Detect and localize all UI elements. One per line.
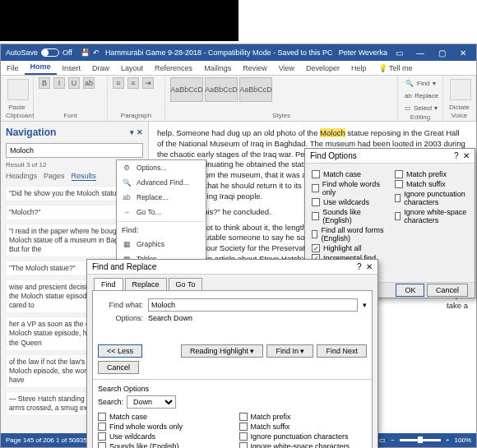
checkbox-ignore-white-space-characters[interactable]: Ignore white-space characters <box>395 208 468 224</box>
find-in-button[interactable]: Find In ▾ <box>266 344 313 358</box>
minimize-button[interactable]: — <box>410 44 430 61</box>
tab-layout[interactable]: Layout <box>115 62 149 75</box>
checkbox-label: Sounds like (English) <box>322 208 385 224</box>
tab-review[interactable]: Review <box>237 62 273 75</box>
paragraph-label: Paragraph <box>113 112 160 119</box>
checkbox-match-case[interactable]: Match case <box>98 413 226 421</box>
undo-icon[interactable]: ↶ <box>93 48 100 57</box>
paste-icon[interactable] <box>7 79 29 100</box>
dialog-title-bar: Find Options ? ✕ <box>305 149 475 164</box>
close-button[interactable]: ✕ <box>453 44 473 61</box>
checkbox-ignore-punctuation-characters[interactable]: Ignore punctuation characters <box>239 432 368 441</box>
user-name[interactable]: Peter Weverka <box>339 48 387 57</box>
menu-replace[interactable]: abReplace... <box>117 190 206 205</box>
style-preview[interactable]: AaBbCcD <box>239 77 272 102</box>
style-preview[interactable]: AaBbCcD <box>170 77 203 102</box>
align-icon[interactable]: ≡ <box>127 77 139 89</box>
cancel-button[interactable]: Cancel <box>98 361 139 374</box>
fr-tab-find[interactable]: Find <box>94 278 123 290</box>
zoom-value[interactable]: 100% <box>455 436 471 444</box>
find-what-input[interactable] <box>148 298 358 312</box>
tell-me[interactable]: 💡 Tell me <box>373 62 419 75</box>
view-icon[interactable]: ▭ <box>379 436 386 444</box>
tab-view[interactable]: View <box>273 62 300 75</box>
font-icon[interactable]: I <box>53 77 65 89</box>
checkbox-icon <box>98 423 106 431</box>
fr-tab-replace[interactable]: Replace <box>125 278 167 290</box>
replace-button[interactable]: abReplace <box>403 90 438 101</box>
checkbox-match-prefix[interactable]: Match prefix <box>395 170 468 178</box>
nav-search-input[interactable] <box>6 143 143 158</box>
nav-tab-headings[interactable]: Headings <box>6 172 37 181</box>
checkbox-match-case[interactable]: Match case <box>312 170 385 178</box>
checkbox-find-all-word-forms-english-[interactable]: Find all word forms (English) <box>312 226 385 242</box>
help-icon[interactable]: ? <box>357 262 362 271</box>
reading-highlight-button[interactable]: Reading Highlight ▾ <box>181 344 264 358</box>
tab-references[interactable]: References <box>149 62 198 75</box>
autosave-toggle[interactable]: AutoSave Off <box>1 48 77 57</box>
chevron-down-icon[interactable]: ▾ <box>363 301 367 309</box>
ok-button[interactable]: OK <box>396 284 424 297</box>
checkbox-match-prefix[interactable]: Match prefix <box>239 413 368 421</box>
search-direction-select[interactable]: Down <box>127 395 176 409</box>
tab-insert[interactable]: Insert <box>57 62 87 75</box>
tab-mailings[interactable]: Mailings <box>198 62 237 75</box>
autosave-label: AutoSave <box>6 48 38 57</box>
nav-tab-pages[interactable]: Pages <box>44 172 65 181</box>
indent-icon[interactable]: ⇥ <box>142 77 154 89</box>
nav-tab-results[interactable]: Results <box>72 172 96 181</box>
checkbox-ignore-white-space-characters[interactable]: Ignore white-space characters <box>239 442 368 448</box>
search-options-title: Search Options <box>98 385 367 393</box>
replace-icon: ab <box>122 192 132 202</box>
checkbox-icon <box>395 170 403 178</box>
close-icon[interactable]: ✕ <box>463 151 470 160</box>
checkbox-icon <box>395 194 401 202</box>
image-icon: ▦ <box>122 239 132 249</box>
help-icon[interactable]: ? <box>454 151 459 160</box>
select-button[interactable]: ▭Select▾ <box>403 102 438 113</box>
autosave-state: Off <box>63 48 72 57</box>
menu-options[interactable]: ⚙Options... <box>117 160 206 175</box>
cancel-button[interactable]: Cancel <box>427 284 468 297</box>
zoom-slider[interactable] <box>400 439 441 441</box>
font-icon[interactable]: B <box>39 77 50 89</box>
menu-advanced-find[interactable]: 🔍Advanced Find... <box>117 175 206 190</box>
checkbox-label: Use wildcards <box>109 432 155 441</box>
font-icon[interactable]: U <box>68 77 80 89</box>
checkbox-icon <box>312 184 319 192</box>
tab-help[interactable]: Help <box>345 62 373 75</box>
checkbox-sounds-like-english-[interactable]: Sounds like (English) <box>98 442 226 448</box>
less-button[interactable]: << Less <box>98 344 142 358</box>
chevron-down-icon[interactable]: ▾ ✕ <box>130 128 143 136</box>
checkbox-find-whole-words-only[interactable]: Find whole words only <box>312 180 385 196</box>
zoom-in-icon[interactable]: + <box>446 436 450 444</box>
checkbox-ignore-punctuation-characters[interactable]: Ignore punctuation characters <box>395 190 468 206</box>
checkbox-sounds-like-english-[interactable]: Sounds like (English) <box>312 208 385 224</box>
zoom-out-icon[interactable]: − <box>391 436 395 444</box>
checkbox-highlight-all[interactable]: Highlight all <box>312 244 385 252</box>
checkbox-match-suffix[interactable]: Match suffix <box>395 180 468 188</box>
checkbox-use-wildcards[interactable]: Use wildcards <box>312 198 385 206</box>
font-icon[interactable]: ab <box>83 77 95 89</box>
toggle-icon <box>41 48 59 57</box>
tab-home[interactable]: Home <box>25 60 57 75</box>
save-icon[interactable]: 💾 <box>81 48 90 57</box>
tab-developer[interactable]: Developer <box>300 62 345 75</box>
tab-file[interactable]: File <box>1 62 25 75</box>
find-button[interactable]: 🔍Find▾ <box>403 77 438 89</box>
dictate-icon[interactable] <box>450 79 471 100</box>
ribbon-options-icon[interactable]: ▭ <box>389 44 409 61</box>
tab-draw[interactable]: Draw <box>86 62 115 75</box>
checkbox-use-wildcards[interactable]: Use wildcards <box>98 432 226 441</box>
list-icon[interactable]: ≡ <box>113 77 124 89</box>
fr-tab-goto[interactable]: Go To <box>169 278 203 290</box>
maximize-button[interactable]: ▢ <box>432 44 452 61</box>
menu-graphics[interactable]: ▦Graphics <box>117 237 206 252</box>
checkbox-match-suffix[interactable]: Match suffix <box>239 423 368 431</box>
menu-goto[interactable]: →Go To... <box>117 205 206 219</box>
close-icon[interactable]: ✕ <box>366 262 373 271</box>
find-next-button[interactable]: Find Next <box>317 344 367 358</box>
checkbox-find-whole-words-only[interactable]: Find whole words only <box>98 423 226 431</box>
style-preview[interactable]: AaBbCcD <box>205 77 238 102</box>
ribbon: Paste Clipboard B I U ab Font ≡ ≡ ⇥ Para… <box>1 76 476 122</box>
